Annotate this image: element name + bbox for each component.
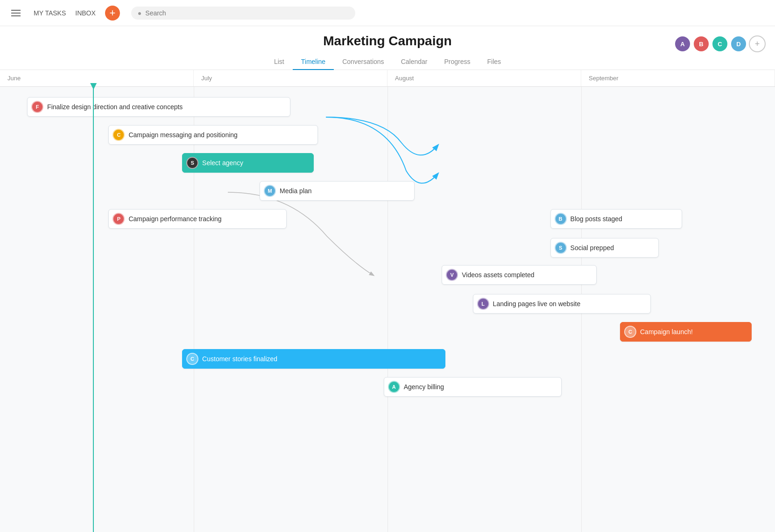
today-line bbox=[93, 87, 94, 532]
team-avatars: A B C D + bbox=[674, 35, 766, 52]
task-blog-posts[interactable]: B Blog posts staged bbox=[550, 209, 682, 229]
task-label-t12: Agency billing bbox=[404, 383, 444, 391]
task-avatar-t12: A bbox=[388, 381, 400, 393]
task-label-t11: Customer stories finalized bbox=[202, 355, 277, 363]
task-label-t1: Finalize design direction and creative c… bbox=[47, 103, 183, 111]
task-avatar-t11: C bbox=[186, 353, 198, 365]
inbox-link[interactable]: INBOX bbox=[75, 9, 96, 17]
task-label-t6: Blog posts staged bbox=[571, 215, 622, 223]
task-label-t5: Campaign performance tracking bbox=[128, 215, 221, 223]
task-avatar-t9: L bbox=[477, 298, 489, 310]
task-label-t2: Campaign messaging and positioning bbox=[128, 131, 237, 139]
avatar-2: B bbox=[693, 35, 710, 52]
tab-progress[interactable]: Progress bbox=[436, 54, 479, 70]
month-september: September bbox=[581, 70, 775, 86]
task-campaign-performance[interactable]: P Campaign performance tracking bbox=[108, 209, 287, 229]
tab-list[interactable]: List bbox=[266, 54, 293, 70]
tab-timeline[interactable]: Timeline bbox=[293, 54, 334, 70]
task-label-t4: Media plan bbox=[280, 187, 312, 195]
task-avatar-t1: F bbox=[31, 101, 43, 113]
avatar-3: C bbox=[712, 35, 728, 52]
add-button[interactable]: + bbox=[105, 6, 120, 21]
task-label-t9: Landing pages live on website bbox=[493, 300, 581, 308]
task-social-prepped[interactable]: S Social prepped bbox=[550, 238, 659, 258]
menu-button[interactable] bbox=[7, 6, 24, 20]
project-tabs: List Timeline Conversations Calendar Pro… bbox=[0, 54, 775, 70]
task-agency-billing[interactable]: A Agency billing bbox=[384, 377, 562, 397]
timeline-container: June July August September bbox=[0, 70, 775, 532]
task-avatar-t8: V bbox=[446, 269, 458, 281]
task-avatar-t7: S bbox=[555, 242, 567, 254]
task-media-plan[interactable]: M Media plan bbox=[260, 181, 415, 201]
avatar-1: A bbox=[674, 35, 691, 52]
timeline-inner: F Finalize design direction and creative… bbox=[0, 87, 775, 532]
tab-files[interactable]: Files bbox=[479, 54, 509, 70]
task-label-t7: Social prepped bbox=[571, 244, 614, 252]
task-avatar-t6: B bbox=[555, 213, 567, 225]
task-label-t10: Campaign launch! bbox=[640, 328, 693, 336]
task-campaign-launch[interactable]: C Campaign launch! bbox=[620, 322, 752, 342]
search-icon: ● bbox=[138, 9, 141, 17]
project-title: Marketing Campaign bbox=[0, 34, 775, 49]
my-tasks-link[interactable]: MY TASKS bbox=[34, 9, 66, 17]
top-navigation: MY TASKS INBOX + ● bbox=[0, 0, 775, 26]
task-label-t8: Videos assets completed bbox=[462, 271, 534, 279]
task-landing-pages[interactable]: L Landing pages live on website bbox=[473, 294, 651, 314]
search-input[interactable] bbox=[145, 9, 349, 17]
month-july: July bbox=[194, 70, 388, 86]
tab-conversations[interactable]: Conversations bbox=[334, 54, 393, 70]
task-campaign-messaging[interactable]: C Campaign messaging and positioning bbox=[108, 125, 317, 145]
project-header: A B C D + Marketing Campaign List Timeli… bbox=[0, 26, 775, 70]
task-avatar-t5: P bbox=[113, 213, 125, 225]
task-videos-assets[interactable]: V Videos assets completed bbox=[442, 265, 597, 285]
add-member-button[interactable]: + bbox=[749, 35, 766, 52]
month-header-row: June July August September bbox=[0, 70, 775, 87]
month-june: June bbox=[0, 70, 194, 86]
tab-calendar[interactable]: Calendar bbox=[393, 54, 436, 70]
task-select-agency[interactable]: S Select agency bbox=[182, 153, 314, 173]
task-customer-stories[interactable]: C Customer stories finalized bbox=[182, 349, 445, 369]
task-label-t3: Select agency bbox=[202, 159, 243, 167]
task-finalize-design[interactable]: F Finalize design direction and creative… bbox=[27, 97, 290, 117]
month-august: August bbox=[388, 70, 581, 86]
july-aug-divider bbox=[388, 87, 388, 532]
task-avatar-t3: S bbox=[186, 157, 198, 169]
task-avatar-t10: C bbox=[624, 326, 636, 338]
avatar-4: D bbox=[730, 35, 747, 52]
search-bar: ● bbox=[131, 7, 355, 20]
task-avatar-t2: C bbox=[113, 129, 125, 141]
task-avatar-t4: M bbox=[264, 185, 276, 197]
